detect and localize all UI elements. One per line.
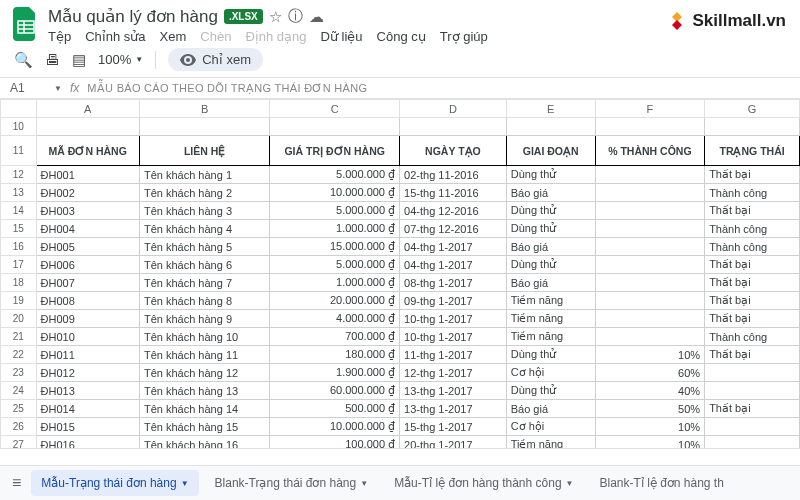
cell[interactable]: Tiềm năng [506,328,595,346]
menu-data[interactable]: Dữ liệu [321,29,363,44]
cell[interactable]: Báo giá [506,184,595,202]
cell[interactable]: 04-thg 1-2017 [400,256,507,274]
cell[interactable]: ĐH011 [36,346,139,364]
cell[interactable]: Báo giá [506,274,595,292]
cell[interactable]: 12-thg 1-2017 [400,364,507,382]
cell[interactable]: Thất bại [705,400,800,418]
cell[interactable]: Tiềm năng [506,436,595,450]
row-header[interactable]: 21 [1,328,37,346]
col-header[interactable]: A [36,100,139,118]
view-only-badge[interactable]: Chỉ xem [168,48,263,71]
cell[interactable]: Thất bại [705,166,800,184]
row-header[interactable]: 11 [1,136,37,166]
cell[interactable]: Thất bại [705,202,800,220]
cell[interactable] [595,220,705,238]
cell[interactable]: 50% [595,400,705,418]
menu-edit[interactable]: Chỉnh sửa [85,29,145,44]
row-header[interactable]: 24 [1,382,37,400]
cell[interactable]: Dùng thử [506,382,595,400]
cell[interactable]: Tên khách hàng 1 [139,166,269,184]
cell[interactable]: Thất bại [705,292,800,310]
cell[interactable]: 04-thg 12-2016 [400,202,507,220]
cell[interactable]: 5.000.000 ₫ [270,166,400,184]
header-cell[interactable]: GIÁ TRỊ ĐƠN HÀNG [270,136,400,166]
header-cell[interactable]: NGÀY TẠO [400,136,507,166]
col-header[interactable]: F [595,100,705,118]
cell[interactable]: Thất bại [705,274,800,292]
header-cell[interactable]: % THÀNH CÔNG [595,136,705,166]
cell[interactable]: 13-thg 1-2017 [400,400,507,418]
cell[interactable]: Thành công [705,238,800,256]
col-header[interactable]: D [400,100,507,118]
name-box[interactable]: A1 [10,81,54,95]
cell[interactable]: Cơ hội [506,418,595,436]
cell[interactable]: Thất bại [705,346,800,364]
row-header[interactable]: 12 [1,166,37,184]
menu-tools[interactable]: Công cụ [377,29,426,44]
cell[interactable]: ĐH008 [36,292,139,310]
cloud-icon[interactable]: ☁ [309,8,324,26]
cell[interactable] [705,382,800,400]
cell[interactable]: Tên khách hàng 12 [139,364,269,382]
zoom-select[interactable]: 100% ▼ [98,52,143,67]
col-header[interactable]: B [139,100,269,118]
cell[interactable]: Tên khách hàng 2 [139,184,269,202]
sheet-tab[interactable]: Blank-Trạng thái đơn hàng ▼ [205,470,379,496]
cell[interactable]: 60.000.000 ₫ [270,382,400,400]
spreadsheet-grid[interactable]: ABCDEFG 10 11 MÃ ĐƠN HÀNG LIÊN HỆ GIÁ TR… [0,99,800,449]
cell[interactable]: Cơ hội [506,364,595,382]
row-header[interactable]: 15 [1,220,37,238]
cell[interactable]: Thành công [705,220,800,238]
cell[interactable]: Thất bại [705,310,800,328]
star-icon[interactable]: ☆ [269,8,282,26]
cell[interactable]: Tên khách hàng 9 [139,310,269,328]
cell[interactable]: Tên khách hàng 3 [139,202,269,220]
row-header[interactable]: 14 [1,202,37,220]
header-cell[interactable]: LIÊN HỆ [139,136,269,166]
header-cell[interactable]: GIAI ĐOẠN [506,136,595,166]
row-header[interactable]: 16 [1,238,37,256]
menu-help[interactable]: Trợ giúp [440,29,488,44]
cell[interactable]: ĐH015 [36,418,139,436]
cell[interactable]: 13-thg 1-2017 [400,382,507,400]
row-header[interactable]: 25 [1,400,37,418]
cell[interactable]: Tên khách hàng 13 [139,382,269,400]
cell[interactable]: ĐH016 [36,436,139,450]
header-cell[interactable]: TRẠNG THÁI [705,136,800,166]
cell[interactable]: 1.000.000 ₫ [270,220,400,238]
cell[interactable]: 180.000 ₫ [270,346,400,364]
cell[interactable] [595,274,705,292]
cell[interactable]: 10-thg 1-2017 [400,328,507,346]
row-header[interactable]: 22 [1,346,37,364]
cell[interactable]: Tiềm năng [506,310,595,328]
cell[interactable] [705,418,800,436]
sheet-tab[interactable]: Mẫu-Tỉ lệ đơn hàng thành công ▼ [384,470,583,496]
cell[interactable]: ĐH002 [36,184,139,202]
cell[interactable]: 700.000 ₫ [270,328,400,346]
cell[interactable]: Dùng thử [506,256,595,274]
row-header[interactable]: 26 [1,418,37,436]
cell[interactable]: 10% [595,436,705,450]
row-header[interactable]: 10 [1,118,37,136]
cell[interactable]: 20.000.000 ₫ [270,292,400,310]
row-header[interactable]: 23 [1,364,37,382]
cell[interactable]: 5.000.000 ₫ [270,202,400,220]
cell[interactable]: 10% [595,346,705,364]
cell[interactable]: 10.000.000 ₫ [270,184,400,202]
cell[interactable]: Tên khách hàng 7 [139,274,269,292]
cell[interactable]: Dùng thử [506,166,595,184]
cell[interactable]: Thất bại [705,256,800,274]
cell[interactable]: ĐH007 [36,274,139,292]
row-header[interactable]: 20 [1,310,37,328]
cell[interactable]: ĐH010 [36,328,139,346]
row-header[interactable]: 17 [1,256,37,274]
cell[interactable] [595,256,705,274]
cell[interactable]: Tên khách hàng 16 [139,436,269,450]
doc-title[interactable]: Mẫu quản lý đơn hàng [48,6,218,27]
cell[interactable]: 08-thg 1-2017 [400,274,507,292]
row-header[interactable]: 13 [1,184,37,202]
cell[interactable]: ĐH004 [36,220,139,238]
menu-icon[interactable]: ≡ [8,470,25,496]
cell[interactable] [595,184,705,202]
cell[interactable]: 15-thg 11-2016 [400,184,507,202]
